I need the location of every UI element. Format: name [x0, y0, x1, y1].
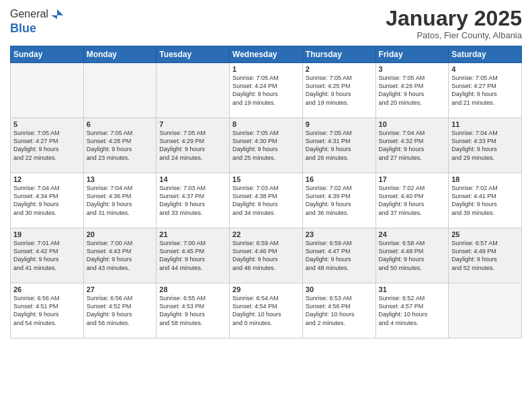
day-info: Sunrise: 7:01 AM Sunset: 4:42 PM Dayligh… — [13, 239, 81, 272]
day-info: Sunrise: 7:04 AM Sunset: 4:36 PM Dayligh… — [87, 184, 154, 217]
day-number: 13 — [87, 175, 154, 183]
logo: General Blue — [10, 7, 64, 36]
day-info: Sunrise: 6:55 AM Sunset: 4:53 PM Dayligh… — [159, 294, 226, 327]
header-saturday: Saturday — [449, 46, 522, 63]
day-number: 16 — [306, 175, 373, 183]
day-info: Sunrise: 6:53 AM Sunset: 4:56 PM Dayligh… — [306, 294, 373, 327]
calendar-cell: 14Sunrise: 7:03 AM Sunset: 4:37 PM Dayli… — [157, 173, 230, 228]
day-info: Sunrise: 7:04 AM Sunset: 4:32 PM Dayligh… — [379, 129, 446, 162]
header-wednesday: Wednesday — [230, 46, 303, 63]
calendar-cell: 26Sunrise: 6:56 AM Sunset: 4:51 PM Dayli… — [11, 283, 84, 338]
day-info: Sunrise: 7:02 AM Sunset: 4:40 PM Dayligh… — [379, 184, 446, 217]
day-number: 21 — [159, 230, 226, 238]
calendar-page: General Blue January 2025 Patos, Fier Co… — [0, 0, 532, 411]
day-info: Sunrise: 7:05 AM Sunset: 4:30 PM Dayligh… — [232, 129, 300, 162]
day-info: Sunrise: 7:05 AM Sunset: 4:27 PM Dayligh… — [451, 74, 519, 107]
day-number: 20 — [87, 230, 154, 238]
calendar-week-row: 26Sunrise: 6:56 AM Sunset: 4:51 PM Dayli… — [11, 283, 522, 338]
day-info: Sunrise: 6:56 AM Sunset: 4:52 PM Dayligh… — [87, 294, 154, 327]
logo-general-text: General — [10, 8, 48, 20]
day-info: Sunrise: 7:03 AM Sunset: 4:37 PM Dayligh… — [159, 184, 226, 217]
day-info: Sunrise: 7:00 AM Sunset: 4:43 PM Dayligh… — [87, 239, 154, 272]
calendar-cell: 4Sunrise: 7:05 AM Sunset: 4:27 PM Daylig… — [449, 63, 522, 118]
day-number: 2 — [306, 65, 373, 73]
calendar-cell — [157, 63, 230, 118]
calendar-cell: 13Sunrise: 7:04 AM Sunset: 4:36 PM Dayli… — [83, 173, 157, 228]
day-info: Sunrise: 6:56 AM Sunset: 4:51 PM Dayligh… — [13, 294, 81, 327]
calendar-cell: 20Sunrise: 7:00 AM Sunset: 4:43 PM Dayli… — [83, 228, 157, 283]
day-number: 17 — [379, 175, 446, 183]
calendar-cell: 6Sunrise: 7:05 AM Sunset: 4:28 PM Daylig… — [83, 118, 157, 173]
calendar-cell: 29Sunrise: 6:54 AM Sunset: 4:54 PM Dayli… — [230, 283, 303, 338]
weekday-header-row: Sunday Monday Tuesday Wednesday Thursday… — [11, 46, 522, 63]
day-number: 27 — [87, 285, 154, 293]
svg-marker-0 — [57, 9, 63, 15]
day-info: Sunrise: 6:58 AM Sunset: 4:48 PM Dayligh… — [379, 239, 446, 272]
day-number: 9 — [306, 120, 373, 128]
calendar-table: Sunday Monday Tuesday Wednesday Thursday… — [10, 46, 522, 338]
calendar-cell: 27Sunrise: 6:56 AM Sunset: 4:52 PM Dayli… — [83, 283, 157, 338]
calendar-cell: 5Sunrise: 7:05 AM Sunset: 4:27 PM Daylig… — [11, 118, 84, 173]
day-number: 11 — [451, 120, 519, 128]
header-friday: Friday — [375, 46, 449, 63]
day-number: 29 — [232, 285, 300, 293]
day-info: Sunrise: 6:54 AM Sunset: 4:54 PM Dayligh… — [232, 294, 300, 327]
calendar-week-row: 12Sunrise: 7:04 AM Sunset: 4:34 PM Dayli… — [11, 173, 522, 228]
calendar-cell: 31Sunrise: 6:52 AM Sunset: 4:57 PM Dayli… — [375, 283, 449, 338]
day-number: 24 — [379, 230, 446, 238]
day-number: 18 — [451, 175, 519, 183]
day-info: Sunrise: 7:02 AM Sunset: 4:41 PM Dayligh… — [451, 184, 519, 217]
day-number: 22 — [232, 230, 300, 238]
calendar-cell: 12Sunrise: 7:04 AM Sunset: 4:34 PM Dayli… — [11, 173, 84, 228]
day-info: Sunrise: 7:03 AM Sunset: 4:38 PM Dayligh… — [232, 184, 300, 217]
calendar-cell: 21Sunrise: 7:00 AM Sunset: 4:45 PM Dayli… — [157, 228, 230, 283]
calendar-cell: 1Sunrise: 7:05 AM Sunset: 4:24 PM Daylig… — [230, 63, 303, 118]
title-block: January 2025 Patos, Fier County, Albania — [386, 7, 522, 40]
day-info: Sunrise: 6:59 AM Sunset: 4:46 PM Dayligh… — [232, 239, 300, 272]
calendar-cell: 22Sunrise: 6:59 AM Sunset: 4:46 PM Dayli… — [230, 228, 303, 283]
day-info: Sunrise: 6:57 AM Sunset: 4:49 PM Dayligh… — [451, 239, 519, 272]
calendar-cell: 25Sunrise: 6:57 AM Sunset: 4:49 PM Dayli… — [449, 228, 522, 283]
calendar-cell: 7Sunrise: 7:05 AM Sunset: 4:29 PM Daylig… — [157, 118, 230, 173]
day-info: Sunrise: 7:05 AM Sunset: 4:29 PM Dayligh… — [159, 129, 226, 162]
calendar-cell: 23Sunrise: 6:59 AM Sunset: 4:47 PM Dayli… — [302, 228, 375, 283]
calendar-cell: 2Sunrise: 7:05 AM Sunset: 4:25 PM Daylig… — [302, 63, 375, 118]
day-info: Sunrise: 7:05 AM Sunset: 4:26 PM Dayligh… — [379, 74, 446, 107]
calendar-cell — [449, 283, 522, 338]
logo-blue-text: Blue — [10, 21, 36, 36]
day-info: Sunrise: 7:05 AM Sunset: 4:27 PM Dayligh… — [13, 129, 81, 162]
day-info: Sunrise: 7:04 AM Sunset: 4:34 PM Dayligh… — [13, 184, 81, 217]
calendar-cell: 16Sunrise: 7:02 AM Sunset: 4:39 PM Dayli… — [302, 173, 375, 228]
day-number: 8 — [232, 120, 300, 128]
calendar-cell: 10Sunrise: 7:04 AM Sunset: 4:32 PM Dayli… — [375, 118, 449, 173]
day-info: Sunrise: 7:05 AM Sunset: 4:25 PM Dayligh… — [306, 74, 373, 107]
calendar-week-row: 1Sunrise: 7:05 AM Sunset: 4:24 PM Daylig… — [11, 63, 522, 118]
header-tuesday: Tuesday — [157, 46, 230, 63]
day-info: Sunrise: 6:59 AM Sunset: 4:47 PM Dayligh… — [306, 239, 373, 272]
header-thursday: Thursday — [302, 46, 375, 63]
day-number: 6 — [87, 120, 154, 128]
location-subtitle: Patos, Fier County, Albania — [386, 30, 522, 40]
month-title: January 2025 — [386, 7, 522, 30]
day-number: 31 — [379, 285, 446, 293]
calendar-cell: 11Sunrise: 7:04 AM Sunset: 4:33 PM Dayli… — [449, 118, 522, 173]
day-number: 15 — [232, 175, 300, 183]
day-number: 30 — [306, 285, 373, 293]
day-number: 1 — [232, 65, 300, 73]
svg-marker-1 — [51, 15, 57, 19]
day-info: Sunrise: 7:00 AM Sunset: 4:45 PM Dayligh… — [159, 239, 226, 272]
day-info: Sunrise: 7:05 AM Sunset: 4:31 PM Dayligh… — [306, 129, 373, 162]
day-number: 10 — [379, 120, 446, 128]
day-number: 26 — [13, 285, 81, 293]
day-number: 14 — [159, 175, 226, 183]
day-number: 19 — [13, 230, 81, 238]
calendar-cell: 8Sunrise: 7:05 AM Sunset: 4:30 PM Daylig… — [230, 118, 303, 173]
day-number: 3 — [379, 65, 446, 73]
calendar-cell — [11, 63, 84, 118]
day-info: Sunrise: 7:02 AM Sunset: 4:39 PM Dayligh… — [306, 184, 373, 217]
day-info: Sunrise: 7:05 AM Sunset: 4:28 PM Dayligh… — [87, 129, 154, 162]
calendar-cell: 18Sunrise: 7:02 AM Sunset: 4:41 PM Dayli… — [449, 173, 522, 228]
day-info: Sunrise: 7:04 AM Sunset: 4:33 PM Dayligh… — [451, 129, 519, 162]
day-number: 12 — [13, 175, 81, 183]
day-number: 7 — [159, 120, 226, 128]
